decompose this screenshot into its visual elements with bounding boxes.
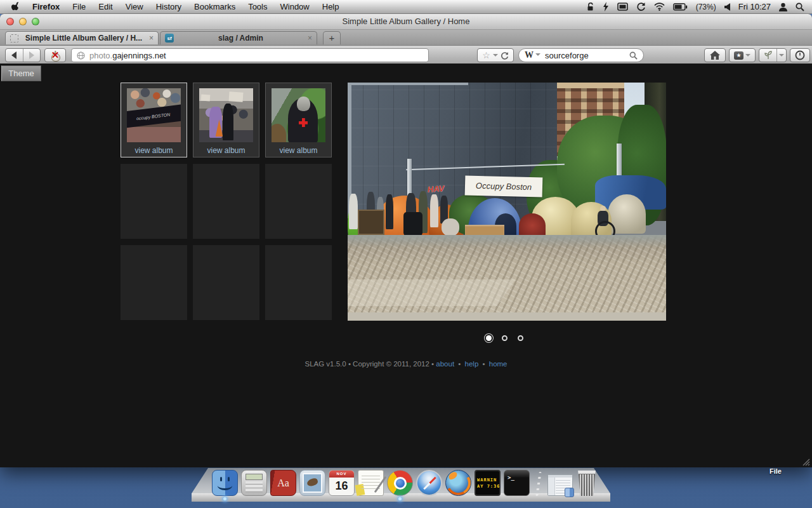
close-window-button[interactable]: [6, 18, 14, 25]
desktop-file-label[interactable]: File: [769, 467, 782, 475]
finder-badge-icon: [565, 488, 574, 497]
search-go-icon[interactable]: [629, 51, 638, 60]
zoom-window-button[interactable]: [32, 18, 39, 25]
led-line-2: AY 7:36: [477, 484, 499, 489]
battery-percent[interactable]: (73%): [696, 3, 716, 11]
view-album-link[interactable]: view album: [266, 146, 331, 155]
lock-open-icon[interactable]: [587, 3, 594, 11]
menu-item-firefox[interactable]: Firefox: [26, 2, 66, 11]
calendar-dock-icon[interactable]: NOV 16: [329, 470, 355, 496]
terminal-dock-icon[interactable]: >_: [504, 470, 530, 496]
search-engine-dropdown-icon[interactable]: [535, 53, 540, 58]
tor-toggle-button[interactable]: ✕: [44, 48, 66, 62]
minimize-window-button[interactable]: [19, 18, 27, 25]
minimized-window-dock-icon[interactable]: [547, 474, 573, 496]
search-engine-icon[interactable]: W: [525, 50, 534, 60]
apple-icon: [11, 2, 20, 11]
empty-album-cell: [265, 245, 332, 320]
url-bar[interactable]: photo.gajennings.net: [71, 48, 429, 62]
pagination-dot-active[interactable]: [486, 335, 492, 341]
photo-banner-text: occupy BOSTON: [127, 104, 181, 128]
dictionary-dock-icon[interactable]: Aa: [270, 470, 296, 496]
footer-link-home[interactable]: home: [489, 360, 508, 368]
vidalia-dropdown-button[interactable]: [776, 49, 786, 62]
textedit-dock-icon[interactable]: [358, 470, 384, 496]
back-button[interactable]: [6, 49, 23, 62]
history-clock-button[interactable]: [790, 48, 810, 62]
finder-dock-icon[interactable]: [212, 470, 238, 496]
red-sign-text: HAV: [428, 184, 445, 194]
protest-sign: [228, 91, 243, 102]
forward-button[interactable]: [23, 49, 41, 62]
tab-close-icon[interactable]: ×: [149, 34, 154, 43]
page-content: Theme occupy BOSTON view album view albu…: [0, 64, 812, 467]
slideshow-photo-occupy-boston[interactable]: Occupy Boston HAV: [348, 83, 666, 321]
sync-icon[interactable]: [636, 2, 646, 11]
user-icon[interactable]: [779, 3, 787, 11]
menu-item-view[interactable]: View: [119, 2, 150, 11]
battery-glyph: [673, 3, 688, 11]
menu-clock[interactable]: Fri 10:27: [738, 2, 771, 11]
battery-icon[interactable]: [673, 3, 688, 11]
search-value[interactable]: sourceforge: [545, 51, 589, 60]
album-thumbnail-masked-medic[interactable]: [272, 88, 325, 142]
trash-dock-icon[interactable]: [576, 471, 598, 496]
apple-menu[interactable]: [5, 2, 26, 11]
menu-item-history[interactable]: History: [150, 2, 188, 11]
url-dropdown-icon[interactable]: [493, 54, 498, 59]
bookmark-star-icon[interactable]: ☆: [482, 51, 490, 60]
display-icon[interactable]: [617, 3, 628, 11]
led-ticker-dock-icon[interactable]: WARNIN AY 7:36: [475, 470, 501, 496]
album-cell-3[interactable]: view album: [265, 83, 332, 157]
tab-close-icon[interactable]: ×: [308, 34, 312, 43]
chrome-dock-icon[interactable]: [387, 470, 413, 496]
menu-item-window[interactable]: Window: [274, 2, 316, 11]
screen: Firefox File Edit View History Bookmarks…: [0, 0, 812, 508]
bookmarks-panel-button[interactable]: ★: [729, 48, 756, 62]
menu-item-file[interactable]: File: [66, 2, 92, 11]
tab-slag-admin[interactable]: sf slag / Admin ×: [160, 31, 317, 44]
search-bar[interactable]: W sourceforge: [518, 48, 644, 62]
volume-muted-icon[interactable]: [724, 3, 730, 11]
building-top-highlight: [348, 83, 468, 85]
calculator-dock-icon[interactable]: [241, 470, 267, 496]
menu-item-edit[interactable]: Edit: [92, 2, 119, 11]
tab-gallery[interactable]: Simple Little Album Gallery / H... ×: [5, 31, 159, 44]
mail-dock-icon[interactable]: [299, 470, 325, 496]
empty-album-cell: [265, 164, 332, 239]
theme-button[interactable]: Theme: [1, 65, 41, 81]
window-titlebar[interactable]: Simple Little Album Gallery / Home: [0, 14, 812, 30]
menu-item-bookmarks[interactable]: Bookmarks: [188, 2, 242, 11]
new-tab-button[interactable]: +: [323, 31, 341, 44]
album-cell-1[interactable]: occupy BOSTON view album: [121, 83, 187, 157]
home-button[interactable]: [704, 48, 726, 62]
wifi-icon[interactable]: [654, 3, 665, 11]
album-cell-2[interactable]: view album: [193, 83, 259, 157]
album-thumbnail-occupy-banner[interactable]: occupy BOSTON: [127, 88, 181, 142]
terminal-prompt: >_: [508, 474, 514, 481]
blank-favicon-icon: [10, 34, 18, 43]
footer-link-help[interactable]: help: [465, 360, 479, 368]
footer-link-about[interactable]: about: [436, 360, 454, 368]
person-black-bloc: [223, 104, 233, 140]
vidalia-sprout-button[interactable]: [759, 49, 776, 62]
menu-item-tools[interactable]: Tools: [242, 2, 273, 11]
red-tent: [519, 213, 546, 237]
footer-separator: •: [481, 360, 487, 368]
tor-disabled-icon: ✕: [50, 51, 60, 60]
bolt-icon[interactable]: [603, 2, 609, 11]
tab-label: slag / Admin: [178, 34, 304, 43]
resize-grip[interactable]: [800, 456, 810, 466]
sprout-icon: [764, 51, 773, 60]
finder-eye: [220, 477, 222, 481]
firefox-dock-icon[interactable]: [445, 470, 471, 496]
reload-icon[interactable]: [501, 51, 509, 60]
pagination-dot[interactable]: [502, 335, 508, 341]
view-album-link[interactable]: view album: [121, 146, 187, 155]
pagination-dot[interactable]: [518, 335, 523, 341]
safari-dock-icon[interactable]: [416, 470, 442, 496]
view-album-link[interactable]: view album: [193, 146, 259, 155]
menu-item-help[interactable]: Help: [316, 2, 346, 11]
album-thumbnail-march[interactable]: [199, 88, 253, 142]
spotlight-search-icon[interactable]: [796, 3, 804, 11]
